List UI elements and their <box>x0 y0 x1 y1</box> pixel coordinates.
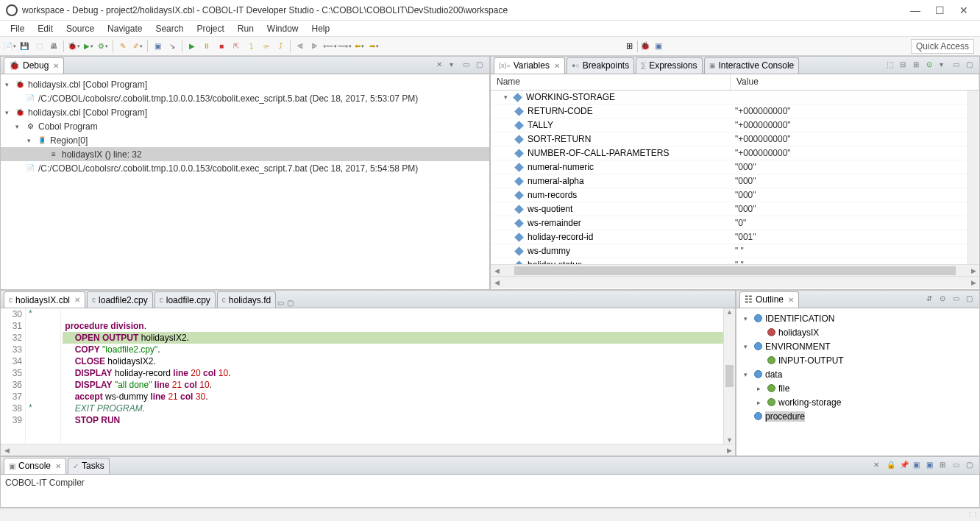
edit-button[interactable]: ✎ <box>116 40 129 53</box>
run-button[interactable]: ▶ <box>82 40 95 53</box>
scroll-lock-icon[interactable]: 🔒 <box>887 461 897 471</box>
variable-row[interactable]: RETURN-CODE"+000000000" <box>491 104 979 118</box>
variable-row[interactable]: numeral-alpha"000" <box>491 174 979 188</box>
console-output[interactable]: COBOL-IT Compiler <box>1 475 979 507</box>
outline-item[interactable]: holidaysIX <box>736 325 979 339</box>
minimize-icon[interactable]: ▭ <box>953 461 963 471</box>
menu-source[interactable]: Source <box>60 22 100 35</box>
tab-breakpoints[interactable]: ●○Breakpoints <box>567 57 634 74</box>
toggle-breakpoint-button[interactable]: ▣ <box>151 40 164 53</box>
outline-item[interactable]: ▾data <box>736 367 979 381</box>
maximize-icon[interactable]: ▢ <box>966 461 976 471</box>
sort-icon[interactable]: ⇵ <box>926 294 937 305</box>
variable-row[interactable]: holiday-record-id"001" <box>491 230 979 244</box>
maximize-icon[interactable]: ▢ <box>476 60 486 71</box>
minimize-icon[interactable]: ▭ <box>953 60 963 71</box>
outline-item[interactable]: ▸working-storage <box>736 395 979 409</box>
minimize-icon[interactable]: ▭ <box>277 299 284 307</box>
editor-body[interactable]: 30313233343536373839 ** procedure divisi… <box>1 308 735 444</box>
vertical-scrollbar[interactable] <box>967 91 979 264</box>
disconnect-button[interactable]: ⇱ <box>230 40 243 53</box>
variable-row[interactable]: numeral-numeric"000" <box>491 160 979 174</box>
show-type-icon[interactable]: ⬚ <box>887 60 897 71</box>
menu-navigate[interactable]: Navigate <box>102 22 148 35</box>
tab-outline[interactable]: ☷ Outline ✕ <box>739 291 799 308</box>
tab-debug[interactable]: 🐞 Debug ✕ <box>4 57 64 74</box>
expand-icon[interactable]: ⊞ <box>913 60 923 71</box>
view-menu-icon[interactable]: ▾ <box>940 60 950 71</box>
horizontal-scrollbar[interactable]: ◀▶ <box>1 444 735 456</box>
tab-console[interactable]: ▣Console✕ <box>4 458 66 474</box>
outline-item[interactable]: INPUT-OUTPUT <box>736 353 979 367</box>
column-name[interactable]: Name <box>491 74 731 90</box>
variable-row[interactable]: ws-dummy" " <box>491 244 979 258</box>
save-button[interactable]: 💾 <box>18 40 31 53</box>
vertical-scrollbar[interactable]: ▲ ▼ <box>723 308 735 444</box>
fwd-button[interactable]: ➡ <box>367 40 380 53</box>
align-left-button[interactable]: ⫷ <box>294 40 307 53</box>
maximize-icon[interactable]: ▢ <box>966 294 976 305</box>
tab-holidaysIX-cbl[interactable]: cholidaysIX.cbl✕ <box>4 291 85 308</box>
outline-tree[interactable]: ▾IDENTIFICATIONholidaysIX▾ENVIRONMENTINP… <box>736 308 979 456</box>
step-over-button[interactable]: ⤼ <box>259 40 272 53</box>
variable-root[interactable]: ▾WORKING-STORAGE <box>491 91 979 104</box>
close-button[interactable]: ✕ <box>959 4 968 16</box>
variable-row[interactable]: holiday-status" " <box>491 258 979 264</box>
view-menu-icon[interactable]: ▾ <box>450 60 460 71</box>
tab-tasks[interactable]: ✓Tasks <box>68 458 110 474</box>
line-gutter[interactable]: 30313233343536373839 <box>1 308 26 444</box>
outline-item[interactable]: ▾IDENTIFICATION <box>736 311 979 325</box>
variable-row[interactable]: ws-remainder"0" <box>491 216 979 230</box>
menu-search[interactable]: Search <box>149 22 189 35</box>
collapse-icon[interactable]: ⊟ <box>900 60 910 71</box>
nav-next-button[interactable]: ⟹ <box>338 40 351 53</box>
variable-row[interactable]: TALLY"+000000000" <box>491 118 979 132</box>
console-select-icon[interactable]: ▣ <box>926 461 937 471</box>
focus-icon[interactable]: ⊙ <box>940 294 950 305</box>
quick-access[interactable]: Quick Access <box>911 39 974 54</box>
minimize-button[interactable]: — <box>910 4 920 16</box>
suspend-button[interactable]: ⏸ <box>200 40 213 53</box>
minimize-icon[interactable]: ▭ <box>463 60 473 71</box>
debug-tree-row[interactable]: ▾🧵Region[0] <box>1 133 489 147</box>
nav-prev-button[interactable]: ⟸ <box>323 40 336 53</box>
menu-project[interactable]: Project <box>191 22 230 35</box>
debug-tree[interactable]: ▾🐞holidaysix.cbl [Cobol Program]📄/C:/COB… <box>1 74 489 289</box>
pin-icon[interactable]: ⊙ <box>926 60 937 71</box>
column-value[interactable]: Value <box>731 74 979 90</box>
debug-tree-row[interactable]: ▾⚙Cobol Program <box>1 119 489 133</box>
code-area[interactable]: procedure division. OPEN OUTPUT holidays… <box>61 308 723 444</box>
menu-window[interactable]: Window <box>261 22 305 35</box>
debug-tree-row[interactable]: ▾🐞holidaysix.cbl [Cobol Program] <box>1 77 489 91</box>
menu-run[interactable]: Run <box>232 22 260 35</box>
clear-console-icon[interactable]: ✕ <box>873 461 884 471</box>
terminate-button[interactable]: ■ <box>215 40 228 53</box>
debug-perspective-icon[interactable]: 🐞 <box>639 40 651 52</box>
minimize-icon[interactable]: ▭ <box>953 294 963 305</box>
cobol-perspective-icon[interactable]: ▣ <box>653 40 664 52</box>
horizontal-scrollbar[interactable]: ◀▶ <box>491 264 979 276</box>
debug-tree-row[interactable]: 📄/C:/COBOL/cobolsrc/.cobolit.tmp.10.0.0.… <box>1 91 489 105</box>
new-button[interactable]: 📄 <box>3 40 16 53</box>
external-button[interactable]: ⚙ <box>96 40 110 53</box>
display-icon[interactable]: ▣ <box>913 461 923 471</box>
maximize-icon[interactable]: ▢ <box>966 60 976 71</box>
remove-launch-icon[interactable]: ✕ <box>436 60 447 71</box>
open-console-icon[interactable]: ⊞ <box>940 461 950 471</box>
tab-loadfile-cpy[interactable]: cloadfile.cpy <box>155 291 216 308</box>
variable-row[interactable]: SORT-RETURN"+000000000" <box>491 132 979 146</box>
menu-help[interactable]: Help <box>306 22 336 35</box>
back-button[interactable]: ⬅ <box>352 40 366 53</box>
tab-loadfile2-cpy[interactable]: cloadfile2.cpy <box>87 291 153 308</box>
resume-button[interactable]: ▶ <box>185 40 199 53</box>
pin-icon[interactable]: 📌 <box>900 461 910 471</box>
tab-expressions[interactable]: ⅀Expressions <box>636 57 702 74</box>
open-perspective-icon[interactable]: ⊞ <box>624 40 636 52</box>
align-right-button[interactable]: ⫸ <box>308 40 322 53</box>
outline-item[interactable]: procedure <box>736 409 979 423</box>
close-icon[interactable]: ✕ <box>53 62 59 70</box>
resize-grip-icon[interactable]: ⋮⋮ <box>967 511 979 517</box>
variable-row[interactable]: NUMBER-OF-CALL-PARAMETERS"+000000000" <box>491 146 979 160</box>
tab-interactive-console[interactable]: ▣Interactive Console <box>704 57 800 74</box>
outline-item[interactable]: ▾ENVIRONMENT <box>736 339 979 353</box>
